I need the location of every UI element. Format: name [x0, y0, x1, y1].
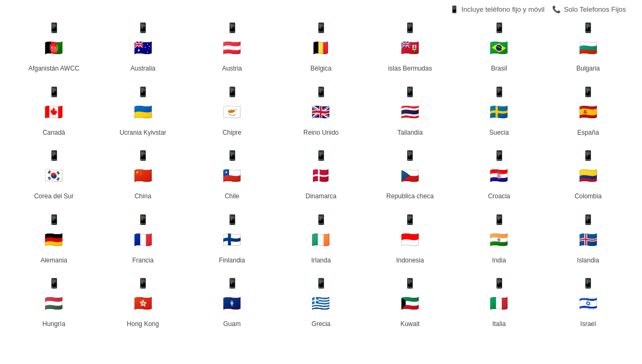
country-name-india: India — [492, 257, 506, 265]
country-item-tailandia[interactable]: 📱 🇹🇭 Tailandia — [367, 83, 453, 142]
country-item-grecia[interactable]: 📱 🇬🇷 Grecia — [278, 274, 364, 333]
country-item-chipre[interactable]: 📱 🇨🇾 Chipre — [189, 83, 275, 142]
country-item-colombia[interactable]: 📱 🇨🇴 Colombia — [545, 146, 631, 205]
country-name-croacia: Croacia — [488, 192, 510, 201]
phone-icon-colombia: 📱 — [582, 151, 594, 160]
flag-india: 🇮🇳 — [486, 227, 513, 253]
flag-kuwait: 🇰🇼 — [396, 290, 423, 317]
phone-icon-bulgaria: 📱 — [582, 23, 594, 33]
country-name-hongkong: Hong Kong — [127, 320, 159, 329]
country-item-chile[interactable]: 📱 🇨🇱 Chile — [189, 146, 275, 205]
flag-italia: 🇮🇹 — [486, 290, 513, 317]
phone-icon-italia: 📱 — [493, 278, 505, 288]
legend-label1: Incluye teléfono fijo y móvil — [461, 5, 544, 13]
country-item-israel[interactable]: 📱 🇮🇱 Israel — [545, 274, 631, 333]
flag-dinamarca: 🇩🇰 — [308, 162, 334, 189]
country-item-dinamarca[interactable]: 📱 🇩🇰 Dinamarca — [278, 146, 364, 205]
flag-suecia: 🇸🇪 — [486, 99, 513, 126]
country-name-israel: Israel — [580, 320, 596, 329]
country-item-suecia[interactable]: 📱 🇸🇪 Suecia — [456, 83, 542, 142]
flag-china: 🇨🇳 — [129, 162, 156, 189]
country-item-kuwait[interactable]: 📱 🇰🇼 Kuwait — [367, 274, 453, 333]
country-name-china: China — [134, 192, 151, 201]
country-name-islandia: Islandia — [577, 257, 599, 265]
phone-icon-bermudas: 📱 — [404, 23, 416, 33]
flag-bulgaria: 🇧🇬 — [575, 35, 601, 61]
country-name-australia: Australia — [131, 65, 156, 73]
country-item-bermudas[interactable]: 📱 🇧🇲 islas Bermudas — [367, 19, 453, 78]
country-item-indonesia[interactable]: 📱 🇮🇩 Indonesia — [367, 211, 453, 269]
country-item-alemania[interactable]: 📱 🇩🇪 Alemania — [11, 211, 97, 269]
country-item-hongkong[interactable]: 📱 🇭🇰 Hong Kong — [100, 274, 186, 333]
flag-indonesia: 🇮🇩 — [396, 227, 423, 253]
country-name-canada: Canadá — [43, 129, 65, 137]
flag-ucrania: 🇺🇦 — [129, 99, 156, 126]
phone-icon-ucrania: 📱 — [137, 87, 149, 97]
country-item-finlandia[interactable]: 📱 🇫🇮 Finlandia — [189, 211, 275, 269]
phone-icon-india: 📱 — [493, 215, 505, 224]
country-name-reinounido: Reino Unido — [303, 129, 339, 137]
country-item-reinounido[interactable]: 📱 🇬🇧 Reino Unido — [278, 83, 364, 142]
country-item-australia[interactable]: 📱 🇦🇺 Australia — [100, 19, 186, 78]
phone-icon-corea: 📱 — [48, 151, 60, 160]
countries-grid: 📱 🇦🇫 Afganistán AWCC 📱 🇦🇺 Australia 📱 🇦🇹… — [11, 19, 631, 333]
flag-chile: 🇨🇱 — [219, 162, 246, 189]
country-item-china[interactable]: 📱 🇨🇳 China — [100, 146, 186, 205]
country-item-francia[interactable]: 📱 🇫🇷 Francia — [100, 211, 186, 269]
country-item-hungria[interactable]: 📱 🇭🇺 Hungría — [11, 274, 97, 333]
phone-icon-dinamarca: 📱 — [315, 151, 327, 160]
country-item-austria[interactable]: 📱 🇦🇹 Austria — [189, 19, 275, 78]
flag-brasil: 🇧🇷 — [486, 35, 513, 61]
country-name-francia: Francia — [132, 257, 154, 265]
country-item-corea[interactable]: 📱 🇰🇷 Corea del Sur — [11, 146, 97, 205]
phone-icon-tailandia: 📱 — [404, 87, 416, 97]
country-item-islandia[interactable]: 📱 🇮🇸 Islandia — [545, 211, 631, 269]
country-name-austria: Austria — [222, 65, 242, 73]
phone-icon-chipre: 📱 — [226, 87, 238, 97]
country-item-ucrania[interactable]: 📱 🇺🇦 Ucrania Kyivstar — [100, 83, 186, 142]
country-name-bermudas: islas Bermudas — [388, 65, 432, 73]
country-name-finlandia: Finlandia — [219, 257, 245, 265]
country-name-colombia: Colombia — [575, 192, 602, 201]
country-item-croacia[interactable]: 📱 🇭🇷 Croacia — [456, 146, 542, 205]
phone-icon-australia: 📱 — [137, 23, 149, 33]
flag-australia: 🇦🇺 — [129, 35, 156, 61]
phone-icon-chile: 📱 — [226, 151, 238, 160]
country-name-alemania: Alemania — [41, 257, 67, 265]
flag-tailandia: 🇹🇭 — [396, 99, 423, 126]
phone-icon-espana: 📱 — [582, 87, 594, 97]
phone-icon-canada: 📱 — [48, 87, 60, 97]
country-item-bulgaria[interactable]: 📱 🇧🇬 Bulgaria — [545, 19, 631, 78]
fixed-phone-icon: 📞 — [552, 5, 561, 13]
country-item-guam[interactable]: 📱 🇬🇺 Guam — [189, 274, 275, 333]
country-item-checa[interactable]: 📱 🇨🇿 Republica checa — [367, 146, 453, 205]
country-item-italia[interactable]: 📱 🇮🇹 Italia — [456, 274, 542, 333]
flag-francia: 🇫🇷 — [129, 227, 156, 253]
country-item-brasil[interactable]: 📱 🇧🇷 Brasil — [456, 19, 542, 78]
country-item-espana[interactable]: 📱 🇪🇸 España — [545, 83, 631, 142]
phone-icon-austria: 📱 — [226, 23, 238, 33]
country-name-indonesia: Indonesia — [396, 257, 424, 265]
phone-icon-islandia: 📱 — [582, 215, 594, 224]
country-item-india[interactable]: 📱 🇮🇳 India — [456, 211, 542, 269]
country-name-corea: Corea del Sur — [34, 192, 74, 201]
country-item-belgica[interactable]: 📱 🇧🇪 Bélgica — [278, 19, 364, 78]
flag-reinounido: 🇬🇧 — [308, 99, 334, 126]
country-name-dinamarca: Dinamarca — [305, 192, 337, 201]
phone-icon-alemania: 📱 — [48, 215, 60, 224]
flag-espana: 🇪🇸 — [575, 99, 601, 126]
phone-icon-brasil: 📱 — [493, 23, 505, 33]
country-item-canada[interactable]: 📱 🇨🇦 Canadá — [11, 83, 97, 142]
flag-irlanda: 🇮🇪 — [308, 227, 334, 253]
country-name-irlanda: Irlanda — [311, 257, 331, 265]
country-name-belgica: Bélgica — [310, 65, 331, 73]
flag-hongkong: 🇭🇰 — [129, 290, 156, 317]
phone-icon-belgica: 📱 — [315, 23, 327, 33]
country-item-afganistan[interactable]: 📱 🇦🇫 Afganistán AWCC — [11, 19, 97, 78]
flag-chipre: 🇨🇾 — [219, 99, 246, 126]
flag-alemania: 🇩🇪 — [41, 227, 67, 253]
flag-belgica: 🇧🇪 — [308, 35, 334, 61]
country-name-ucrania: Ucrania Kyivstar — [119, 129, 166, 137]
phone-icon-irlanda: 📱 — [315, 215, 327, 224]
country-item-irlanda[interactable]: 📱 🇮🇪 Irlanda — [278, 211, 364, 269]
